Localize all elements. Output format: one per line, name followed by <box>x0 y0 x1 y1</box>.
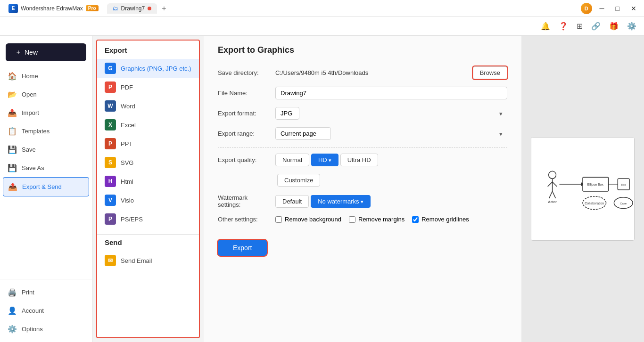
send-section-title: Send <box>97 238 199 251</box>
export-section-title: Export <box>97 46 199 59</box>
file-name-label: File Name: <box>218 90 270 97</box>
content-title: Export to Graphics <box>218 45 507 55</box>
export-button[interactable]: Export <box>218 240 267 256</box>
app-icon: E <box>8 4 18 13</box>
export-button-row: Export <box>218 230 507 256</box>
word-icon: W <box>105 100 116 112</box>
add-tab-button[interactable]: + <box>160 4 168 13</box>
export-item-html[interactable]: H Html <box>97 172 199 191</box>
help-icon[interactable]: ❓ <box>557 20 570 33</box>
share-icon[interactable]: 🔗 <box>589 20 603 33</box>
sidebar-spacer <box>0 196 92 279</box>
export-item-pdf[interactable]: P PDF <box>97 78 199 97</box>
other-settings-row: Other settings: Remove background Remove… <box>218 216 507 223</box>
print-icon: 🖨️ <box>8 288 17 297</box>
sidebar-item-options[interactable]: ⚙️ Options <box>0 320 92 338</box>
pseps-icon: P <box>105 213 116 225</box>
customize-row: Customize <box>218 174 507 187</box>
titlebar-actions: D ─ □ ✕ <box>581 3 640 14</box>
grid-icon[interactable]: ⊞ <box>575 20 585 33</box>
browse-button[interactable]: Browse <box>473 66 507 79</box>
templates-icon: 📋 <box>8 127 17 136</box>
maximize-button[interactable]: □ <box>612 3 623 14</box>
sidebar-item-export-send[interactable]: 📤 Export & Send <box>3 177 89 196</box>
settings-icon[interactable]: ⚙️ <box>625 20 638 33</box>
remove-background-checkbox[interactable] <box>275 216 282 223</box>
file-name-row: File Name: <box>218 87 507 99</box>
ppt-icon: P <box>105 138 116 149</box>
watermark-default-button[interactable]: Default <box>275 195 309 208</box>
remove-background-item[interactable]: Remove background <box>275 216 341 223</box>
export-format-row: Export format: JPG PNG BMP TIFF SVG <box>218 107 507 120</box>
quality-group: Normal HD Ultra HD <box>275 154 378 166</box>
watermark-label: Watermark settings: <box>218 194 270 208</box>
export-item-word[interactable]: W Word <box>97 97 199 115</box>
sidebar-item-import[interactable]: 📥 Import <box>0 104 92 122</box>
graphics-icon: G <box>105 63 116 74</box>
sidebar: ＋ New 🏠 Home 📂 Open 📥 Import 📋 Templates… <box>0 36 92 342</box>
export-item-visio[interactable]: V Visio <box>97 191 199 210</box>
customize-button[interactable]: Customize <box>277 174 320 187</box>
send-email-item[interactable]: ✉ Send Email <box>97 251 199 270</box>
sidebar-item-print[interactable]: 🖨️ Print <box>0 283 92 301</box>
open-icon: 📂 <box>8 90 17 99</box>
checkbox-group: Remove background Remove margins Remove … <box>275 216 469 223</box>
notification-icon[interactable]: 🔔 <box>539 20 552 33</box>
sidebar-item-open[interactable]: 📂 Open <box>0 85 92 104</box>
remove-gridlines-checkbox[interactable] <box>412 216 419 223</box>
minimize-button[interactable]: ─ <box>596 3 608 14</box>
export-format-select[interactable]: JPG PNG BMP TIFF SVG <box>275 107 299 120</box>
export-range-row: Export range: Current page All pages Sel… <box>218 127 507 140</box>
sidebar-item-home[interactable]: 🏠 Home <box>0 67 92 85</box>
tab-icon: 🗂 <box>113 5 118 12</box>
quality-hd-button[interactable]: HD <box>311 154 339 166</box>
titlebar: E Wondershare EdrawMax Pro 🗂 Drawing7 + … <box>0 0 644 17</box>
sidebar-item-account[interactable]: 👤 Account <box>0 301 92 320</box>
preview-panel: Actor Ellipse Box Box Collaboration Case <box>521 36 644 342</box>
svg-text:Box: Box <box>621 183 626 186</box>
file-name-input[interactable] <box>275 87 507 99</box>
excel-icon: X <box>105 119 116 130</box>
remove-margins-checkbox[interactable] <box>349 216 355 223</box>
watermark-row: Watermark settings: Default No watermark… <box>218 194 507 208</box>
sidebar-item-save-as[interactable]: 💾 Save As <box>0 159 92 177</box>
export-send-icon: 📤 <box>8 182 17 191</box>
sidebar-bottom: 🖨️ Print 👤 Account ⚙️ Options <box>0 279 92 338</box>
account-icon: 👤 <box>8 306 17 315</box>
home-icon: 🏠 <box>8 72 17 81</box>
watermark-no-button[interactable]: No watermarks <box>311 195 370 208</box>
document-tab[interactable]: 🗂 Drawing7 <box>107 3 157 14</box>
save-directory-value: C:/Users/9480m i5 4th/Downloads <box>275 69 368 76</box>
svg-text:Ellipse Box: Ellipse Box <box>587 183 604 187</box>
new-button[interactable]: ＋ New <box>6 43 86 61</box>
save-as-icon: 💾 <box>8 163 17 172</box>
visio-icon: V <box>105 195 116 206</box>
gift-icon[interactable]: 🎁 <box>607 20 620 33</box>
user-badge[interactable]: D <box>581 3 592 14</box>
export-item-svg[interactable]: S SVG <box>97 153 199 172</box>
pdf-icon: P <box>105 81 116 93</box>
new-icon: ＋ <box>15 48 22 57</box>
sidebar-item-templates[interactable]: 📋 Templates <box>0 122 92 140</box>
other-settings-label: Other settings: <box>218 216 270 223</box>
form-divider <box>218 147 507 148</box>
remove-gridlines-item[interactable]: Remove gridlines <box>412 216 469 223</box>
close-button[interactable]: ✕ <box>627 3 640 14</box>
html-icon: H <box>105 176 116 187</box>
export-item-ppt[interactable]: P PPT <box>97 134 199 153</box>
preview-diagram: Actor Ellipse Box Box Collaboration Case <box>531 138 634 240</box>
quality-ultra-hd-button[interactable]: Ultra HD <box>340 154 378 166</box>
export-item-excel[interactable]: X Excel <box>97 115 199 134</box>
export-quality-row: Export quality: Normal HD Ultra HD <box>218 154 507 166</box>
options-icon: ⚙️ <box>8 325 17 334</box>
export-item-graphics[interactable]: G Graphics (PNG, JPG etc.) <box>97 59 199 78</box>
export-item-pseps[interactable]: P PS/EPS <box>97 210 199 228</box>
save-directory-row: Save directory: C:/Users/9480m i5 4th/Do… <box>218 66 507 79</box>
quality-normal-button[interactable]: Normal <box>275 154 309 166</box>
export-range-select[interactable]: Current page All pages Selected objects <box>275 127 331 140</box>
remove-margins-item[interactable]: Remove margins <box>349 216 405 223</box>
sidebar-item-save[interactable]: 💾 Save <box>0 140 92 159</box>
export-format-label: Export format: <box>218 110 270 117</box>
app-tab[interactable]: E Wondershare EdrawMax Pro <box>4 2 103 15</box>
app-name: Wondershare EdrawMax <box>21 5 83 12</box>
